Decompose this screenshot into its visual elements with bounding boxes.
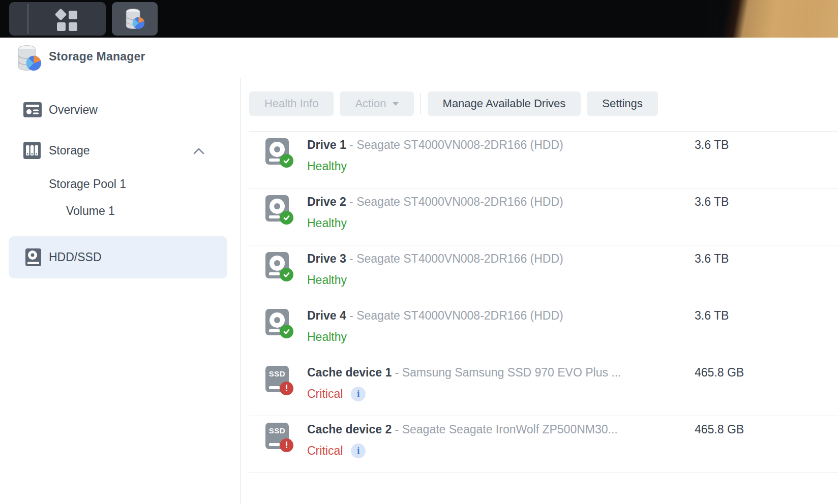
storage-manager-window: Storage Manager Overview: [0, 0, 838, 504]
drive-size: 3.6 TB: [695, 252, 729, 266]
drive-model: Seagate ST4000VN008-2DR166 (HDD): [356, 195, 563, 208]
drive-status: Healthy: [307, 272, 347, 288]
storage-manager-icon: [125, 8, 145, 30]
drive-model: Seagate ST4000VN008-2DR166 (HDD): [356, 309, 563, 322]
drive-status: Critical: [307, 443, 343, 458]
info-icon[interactable]: i: [351, 444, 366, 458]
drive-model: Seagate ST4000VN008-2DR166 (HDD): [356, 138, 563, 151]
drive-model: Samsung Samsung SSD 970 EVO Plus ...: [402, 366, 621, 379]
list-bottom-divider: [249, 472, 838, 473]
taskbar: [0, 0, 838, 38]
sidebar-item-label: Storage: [49, 144, 90, 158]
manage-available-drives-button[interactable]: Manage Available Drives: [428, 91, 581, 116]
sidebar-item-label: Storage Pool 1: [49, 177, 126, 191]
overview-icon: [23, 102, 42, 117]
taskbar-divider: [27, 4, 28, 34]
drive-status: Healthy: [307, 215, 347, 231]
drive-size: 3.6 TB: [695, 195, 729, 209]
drive-row[interactable]: SSD Drive 1 - Seagate ST4000VN008-2DR166…: [249, 131, 838, 188]
drive-size: 465.8 GB: [695, 366, 744, 380]
device-icon: SSD: [265, 252, 289, 278]
sidebar-item-storage[interactable]: Storage: [23, 142, 90, 159]
drive-model: Seagate ST4000VN008-2DR166 (HDD): [356, 252, 563, 265]
sidebar-item-volume-1[interactable]: Volume 1: [66, 204, 115, 218]
sidebar-item-label: HDD/SSD: [49, 250, 102, 264]
drive-name: Cache device 2: [307, 423, 392, 436]
device-icon: SSD !: [265, 366, 289, 392]
storage-icon: [23, 142, 41, 159]
status-badge-icon: !: [280, 382, 293, 395]
info-icon[interactable]: i: [351, 387, 366, 401]
page-title: Storage Manager: [49, 50, 145, 64]
drive-size: 465.8 GB: [695, 423, 744, 436]
device-icon: SSD !: [265, 423, 289, 449]
taskbar-left-group: [9, 2, 106, 36]
sidebar-item-label: Volume 1: [66, 204, 115, 218]
status-badge-icon: !: [280, 438, 293, 452]
app-grid-icon: [54, 8, 67, 20]
drive-size: 3.6 TB: [695, 138, 729, 152]
action-button[interactable]: Action: [340, 91, 413, 116]
drive-row[interactable]: SSD Drive 2 - Seagate ST4000VN008-2DR166…: [249, 188, 838, 245]
drive-status: Healthy: [307, 329, 347, 344]
storage-manager-icon: [16, 44, 42, 72]
status-badge-icon: [280, 325, 293, 338]
toolbar-divider: [421, 93, 421, 114]
drive-name: Drive 1: [307, 138, 346, 151]
drive-name: Cache device 1: [307, 366, 392, 379]
sidebar-item-overview[interactable]: Overview: [23, 102, 98, 117]
drive-name: Drive 2: [307, 195, 346, 208]
drive-row[interactable]: SSD Drive 3 - Seagate ST4000VN008-2DR166…: [249, 245, 838, 302]
drive-name: Drive 3: [307, 252, 346, 265]
toolbar: Health Info Action Manage Available Driv…: [249, 91, 658, 116]
drive-row[interactable]: SSD ! Cache device 2 - Seagate Seagate I…: [249, 416, 838, 472]
chevron-up-icon[interactable]: [193, 148, 204, 154]
status-badge-icon: [280, 211, 293, 225]
taskbar-storage-manager-button[interactable]: [112, 2, 158, 36]
sidebar: Overview Storage Storage Pool 1 Volume 1: [0, 78, 241, 504]
chevron-down-icon: [393, 102, 399, 106]
app-header: Storage Manager: [0, 38, 838, 77]
settings-button[interactable]: Settings: [587, 91, 658, 116]
sidebar-item-hdd-ssd[interactable]: HDD/SSD: [25, 248, 102, 266]
drive-name: Drive 4: [307, 309, 346, 322]
desktop-wallpaper: [706, 0, 838, 38]
hdd-icon: [25, 248, 41, 266]
device-icon: SSD: [265, 138, 289, 165]
status-badge-icon: [280, 154, 293, 168]
status-badge-icon: [280, 268, 293, 281]
drive-status: Healthy: [307, 159, 347, 174]
sidebar-item-storage-pool-1[interactable]: Storage Pool 1: [49, 177, 126, 191]
health-info-button[interactable]: Health Info: [249, 91, 334, 116]
drive-status: Critical: [307, 386, 343, 401]
sidebar-item-label: Overview: [49, 103, 98, 117]
device-icon: SSD: [265, 309, 289, 335]
drive-row[interactable]: SSD ! Cache device 1 - Samsung Samsung S…: [249, 359, 838, 416]
drive-row[interactable]: SSD Drive 4 - Seagate ST4000VN008-2DR166…: [249, 302, 838, 359]
drive-model: Seagate Seagate IronWolf ZP500NM30...: [402, 423, 618, 436]
drive-size: 3.6 TB: [695, 309, 729, 323]
main-content: Health Info Action Manage Available Driv…: [241, 78, 838, 504]
device-icon: SSD: [265, 195, 289, 222]
drive-list: SSD Drive 1 - Seagate ST4000VN008-2DR166…: [249, 131, 838, 473]
main-menu-button[interactable]: [56, 10, 78, 32]
